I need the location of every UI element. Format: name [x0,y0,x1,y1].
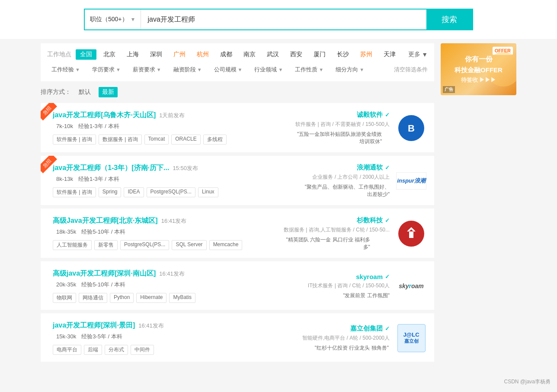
job-tag: IDEA [124,187,144,197]
job-title-3[interactable]: 高级java开发工程师[深圳·南山区] [53,269,156,278]
sort-newest[interactable]: 最新 [99,87,118,97]
svg-rect-2 [409,231,413,238]
location-天津[interactable]: 天津 [379,49,400,60]
filter-company-size[interactable]: 公司规模 ▼ [210,64,247,75]
company-name-3[interactable]: skyroam ✓ [303,273,390,280]
filter-salary[interactable]: 薪资要求 ▼ [128,64,166,75]
job-tag: 物联网 [53,293,76,303]
location-全国[interactable]: 全国 [76,49,96,60]
job-card-4: java开发工程师[深圳·景田] 16:41发布 15k-30k 经验3-5年 … [41,313,434,362]
location-长沙[interactable]: 长沙 [333,49,353,60]
job-exp-4: 经验3-5年 / 本科 [81,333,122,340]
job-salary-2: 18k-35k [56,228,76,235]
job-right-4: 嘉立创集团 ✓ 智能硬件,电商平台 / A轮 / 500-2000人 "红杉十亿… [302,321,426,355]
job-tag: PostgreSQL(PS... [147,187,195,197]
job-title-1[interactable]: java开发工程师（1-3年）[济南·历下... [53,164,169,173]
job-left-1: java开发工程师（1-3年）[济南·历下... 15:50发布 8k-13k … [48,164,295,198]
search-bar-area: 职位（500+） ▼ 搜索 [0,0,557,39]
company-quote-1: "聚焦产品、创新驱动、工作氛围好、出差较少" [303,183,390,198]
job-tag: Memcache [209,240,243,250]
job-meta-3: 20k-35k 经验5-10年 / 本科 [53,281,295,289]
location-深圳[interactable]: 深圳 [146,49,166,60]
ad-banner[interactable]: 你有一份 科技金融OFFER 待签收 ▶▶▶ OFFER 广告 [441,43,516,95]
job-right-0: 诚毅软件 ✓ 软件服务 | 咨询 / 不需要融资 / 150-500人 "五险一… [295,111,426,145]
job-title-2[interactable]: 高级Java开发工程师[北京·东城区] [53,216,158,225]
inspur-text: inspur浪潮 [397,177,426,185]
location-上海[interactable]: 上海 [122,49,143,60]
svg-text:B: B [408,123,415,134]
job-tag: SQL Server [172,240,206,250]
job-title-row-4: java开发工程师[深圳·景田] 16:41发布 [53,321,294,330]
filter-direction[interactable]: 细分方向 ▼ [331,64,368,75]
location-北京[interactable]: 北京 [99,49,120,60]
company-logo-0: B [396,113,426,143]
company-name-1[interactable]: 浪潮通软 ✓ [303,164,390,172]
company-logo-3: skyroam [396,271,426,301]
job-time-4: 16:41发布 [138,322,164,330]
search-button[interactable]: 搜索 [426,10,472,29]
job-exp-1: 经验1-3年 / 本科 [78,176,119,182]
company-name-2[interactable]: 杉数科技 ✓ [284,216,390,225]
more-label: 更多 [408,51,420,58]
job-card-1: java开发工程师（1-3年）[济南·历下... 15:50发布 8k-13k … [41,156,434,205]
job-exp-0: 经验1-3年 / 本科 [78,123,119,129]
logo-svg-0: B [403,120,419,136]
skyroam-text: skyroam [399,283,424,289]
company-desc-1: 企业服务 / 上市公司 / 2000人以上 [303,174,390,181]
job-title-0[interactable]: java开发工程师[乌鲁木齐·天山区] [53,111,156,120]
filter-work-type[interactable]: 工作性质 ▼ [291,64,328,75]
sort-default[interactable]: 默认 [75,87,94,97]
job-tag: 新零售 [94,240,118,250]
job-tag: 网络通信 [79,293,107,303]
job-tag: 人工智能服务 [53,240,92,250]
right-panel: 你有一份 科技金融OFFER 待签收 ▶▶▶ OFFER 广告 [441,43,516,365]
logo-inspur: inspur浪潮 [396,172,426,190]
job-meta-2: 18k-35k 经验5-10年 / 本科 [53,228,275,236]
job-tag: 后端 [84,345,102,355]
ad-line3: 待签收 ▶▶▶ [455,76,503,84]
search-input[interactable] [141,10,426,29]
location-苏州[interactable]: 苏州 [356,49,377,60]
company-name-4[interactable]: 嘉立创集团 ✓ [302,325,390,333]
more-locations-btn[interactable]: 更多 ▼ [408,51,428,58]
job-tag: Linux [198,187,218,197]
search-type-selector[interactable]: 职位（500+） ▼ [85,10,141,29]
location-南京[interactable]: 南京 [239,49,260,60]
job-tag: 多线程 [203,135,227,145]
job-card-2: 高级Java开发工程师[北京·东城区] 16:41发布 18k-35k 经验5-… [41,209,434,258]
location-武汉[interactable]: 武汉 [262,49,283,60]
job-time-3: 16:41发布 [159,270,185,278]
location-广州[interactable]: 广州 [169,49,190,60]
location-杭州[interactable]: 杭州 [192,49,213,60]
filter-education[interactable]: 学历要求 ▼ [88,64,125,75]
job-title-4[interactable]: java开发工程师[深圳·景田] [53,321,135,330]
clear-filters-btn[interactable]: 清空筛选条件 [394,66,428,74]
company-desc-2: 数据服务 | 咨询,人工智能服务 / C轮 / 150-50... [284,226,390,234]
verify-icon-2: ✓ [385,217,390,224]
job-card-inner-3: 高级java开发工程师[深圳·南山区] 16:41发布 20k-35k 经验5-… [48,269,426,303]
job-salary-1: 8k-13k [56,176,73,182]
job-tag: MyBatis [169,293,195,303]
job-salary-3: 20k-35k [56,281,76,288]
job-tags-0: 软件服务 | 咨询 数据服务 | 咨询 Tomcat ORACLE 多线程 [53,135,287,145]
filter-work-exp[interactable]: 工作经验 ▼ [47,64,84,75]
jalc-text-top: J@LC [403,331,419,338]
job-card-inner-1: java开发工程师（1-3年）[济南·历下... 15:50发布 8k-13k … [48,164,426,198]
filter-industry[interactable]: 行业领域 ▼ [250,64,287,75]
company-quote-4: "红杉十亿投资 行业龙头 独角兽" [302,344,389,352]
ad-line1: 你有一份 [455,55,503,64]
location-成都[interactable]: 成都 [216,49,237,60]
company-name-0[interactable]: 诚毅软件 ✓ [295,111,390,119]
company-logo-2 [396,218,426,249]
filter-box: 工作地点 全国 北京 上海 深圳 广州 杭州 成都 南京 武汉 西安 厦门 长沙… [41,43,434,81]
job-tags-3: 物联网 网络通信 Python Hibernate MyBatis [53,293,295,303]
filter-funding[interactable]: 融资阶段 ▼ [169,64,206,75]
job-tag: 分布式 [105,345,128,355]
job-title-row-0: java开发工程师[乌鲁木齐·天山区] 1天前发布 [53,111,287,120]
company-info-4: 嘉立创集团 ✓ 智能硬件,电商平台 / A轮 / 500-2000人 "红杉十亿… [302,325,390,352]
job-tag: Spring [99,187,122,197]
location-西安[interactable]: 西安 [286,49,307,60]
job-time-2: 16:41发布 [161,217,187,225]
urgent-ribbon-1 [41,156,59,174]
location-厦门[interactable]: 厦门 [309,49,330,60]
